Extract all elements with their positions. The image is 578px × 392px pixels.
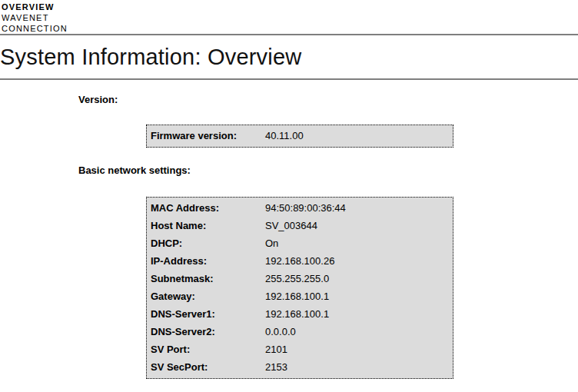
row-value: SV_003644 bbox=[265, 220, 317, 231]
section-heading-network: Basic network settings: bbox=[78, 165, 578, 176]
table-row: SV SecPort:2153 bbox=[151, 358, 453, 376]
table-row: Firmware version:40.11.00 bbox=[151, 130, 453, 142]
row-label: Subnetmask: bbox=[151, 270, 265, 287]
section-heading-version: Version: bbox=[78, 95, 578, 105]
table-row: SV Port:2101 bbox=[151, 341, 453, 358]
row-value: 255.255.255.0 bbox=[265, 273, 329, 284]
table-row: IP-Address:192.168.100.26 bbox=[151, 252, 453, 270]
row-label: IP-Address: bbox=[151, 252, 265, 270]
page-title: System Information: Overview bbox=[0, 35, 578, 78]
table-row: DNS-Server1:192.168.100.1 bbox=[151, 305, 453, 323]
row-label: Firmware version: bbox=[151, 130, 265, 142]
row-value: On bbox=[265, 238, 278, 249]
row-value: 0.0.0.0 bbox=[265, 326, 296, 337]
table-row: Subnetmask:255.255.255.0 bbox=[151, 270, 453, 287]
top-nav: OVERVIEW WAVENET CONNECTION bbox=[0, 0, 578, 34]
nav-item-wavenet[interactable]: WAVENET bbox=[2, 12, 578, 23]
nav-item-overview[interactable]: OVERVIEW bbox=[2, 2, 578, 12]
row-label: DNS-Server1: bbox=[151, 305, 265, 323]
row-value: 2153 bbox=[265, 361, 287, 373]
row-value: 94:50:89:00:36:44 bbox=[265, 202, 346, 214]
row-value: 192.168.100.1 bbox=[265, 308, 329, 320]
table-row: DHCP:On bbox=[151, 234, 453, 252]
network-settings-box: MAC Address:94:50:89:00:36:44 Host Name:… bbox=[146, 197, 453, 379]
row-value: 192.168.100.26 bbox=[265, 255, 334, 267]
row-value: 2101 bbox=[265, 344, 287, 355]
row-value: 40.11.00 bbox=[265, 130, 304, 141]
row-label: SV Port: bbox=[151, 341, 265, 358]
table-row: MAC Address:94:50:89:00:36:44 bbox=[151, 199, 453, 217]
row-label: Gateway: bbox=[151, 287, 265, 305]
row-label: SV SecPort: bbox=[151, 358, 265, 376]
row-value: 192.168.100.1 bbox=[265, 291, 329, 302]
row-label: Host Name: bbox=[151, 217, 265, 234]
row-label: MAC Address: bbox=[151, 199, 265, 217]
version-box: Firmware version:40.11.00 bbox=[146, 125, 453, 148]
row-label: DNS-Server2: bbox=[151, 323, 265, 341]
table-row: Host Name:SV_003644 bbox=[151, 217, 453, 234]
row-label: DHCP: bbox=[151, 234, 265, 252]
nav-item-connection[interactable]: CONNECTION bbox=[2, 23, 578, 34]
divider-under-title bbox=[0, 78, 578, 80]
table-row: Gateway:192.168.100.1 bbox=[151, 287, 453, 305]
table-row: DNS-Server2:0.0.0.0 bbox=[151, 323, 453, 341]
